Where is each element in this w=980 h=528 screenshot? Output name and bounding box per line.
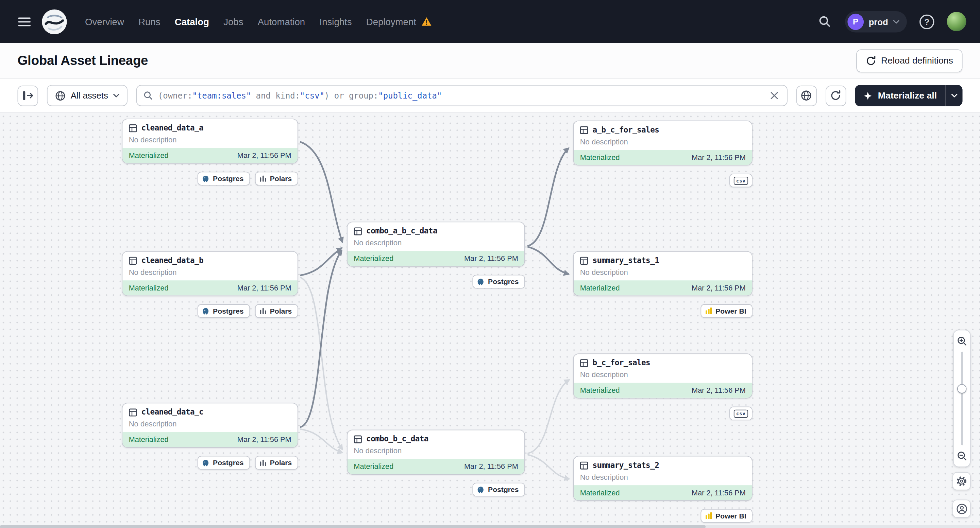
nav-item-runs[interactable]: Runs [137, 13, 162, 30]
materialize-options-icon[interactable] [946, 85, 963, 106]
nav-item-overview[interactable]: Overview [84, 13, 125, 30]
deployment-name: prod [869, 17, 888, 27]
zoom-slider-handle[interactable] [957, 384, 967, 393]
query-token: and kind: [251, 91, 300, 100]
asset-description: No description [123, 267, 298, 281]
materialized-timestamp: Mar 2, 11:56 PM [692, 283, 746, 292]
kind-tag-polars[interactable]: Polars [255, 171, 298, 185]
materialize-all-button[interactable]: Materialize all [855, 85, 945, 106]
kind-tag-powerbi[interactable]: Power BI [700, 509, 752, 523]
materialized-timestamp: Mar 2, 11:56 PM [464, 462, 518, 471]
asset-node[interactable]: combo_b_c_data No description Materializ… [347, 430, 525, 475]
open-panel-icon[interactable] [18, 85, 38, 106]
table-icon [580, 257, 588, 265]
asset-node[interactable]: a_b_c_for_sales No description Materiali… [573, 121, 752, 165]
asset-name: summary_stats_1 [592, 256, 659, 265]
kind-tag-powerbi[interactable]: Power BI [700, 304, 752, 318]
asset-status-row: Materialized Mar 2, 11:56 PM [347, 459, 524, 474]
edge [527, 455, 569, 479]
kind-tag-postgres[interactable]: Postgres [473, 483, 525, 496]
asset-node[interactable]: b_c_for_sales No description Materialize… [573, 354, 752, 398]
lineage-canvas[interactable]: cleaned_data_a No description Materializ… [0, 113, 980, 528]
reload-definitions-button[interactable]: Reload definitions [856, 49, 963, 72]
kind-tag-postgres[interactable]: Postgres [197, 456, 250, 469]
materialize-split-button: Materialize all [855, 85, 963, 106]
table-icon [580, 359, 588, 367]
reload-icon [865, 55, 876, 66]
asset-node-header: a_b_c_for_sales [574, 121, 752, 137]
kind-tag-csv[interactable]: csv [729, 174, 752, 187]
zoom-slider[interactable] [961, 352, 963, 446]
edge [300, 248, 342, 276]
polars-icon [259, 459, 267, 466]
materialized-timestamp: Mar 2, 11:56 PM [464, 254, 518, 263]
nav-item-deployment[interactable]: Deployment [365, 13, 433, 30]
graph-settings-icon[interactable] [953, 472, 970, 490]
asset-node[interactable]: summary_stats_1 No description Materiali… [573, 251, 752, 296]
nav-item-automation[interactable]: Automation [256, 13, 306, 30]
tag-label: Postgres [488, 486, 519, 493]
deployment-switcher[interactable]: P prod [845, 11, 907, 32]
scrollbar-thumb[interactable] [0, 525, 706, 528]
edge [527, 148, 568, 246]
tag-label: Polars [270, 175, 292, 182]
refresh-icon[interactable] [825, 85, 846, 106]
feedback-icon[interactable] [953, 499, 970, 517]
powerbi-icon [705, 512, 713, 520]
materialized-badge: Materialized [580, 153, 620, 162]
kind-tag-postgres[interactable]: Postgres [473, 275, 525, 289]
asset-search-input[interactable]: (owner:"team:sales" and kind:"csv") or g… [136, 85, 788, 106]
asset-scope-dropdown[interactable]: All assets [47, 85, 127, 106]
graph-view-globe-icon[interactable] [796, 85, 817, 106]
nav-item-insights[interactable]: Insights [318, 13, 353, 30]
materialized-timestamp: Mar 2, 11:56 PM [237, 151, 291, 160]
asset-tags: Postgres [347, 483, 525, 496]
clear-search-icon[interactable] [768, 89, 780, 102]
materialized-timestamp: Mar 2, 11:56 PM [692, 153, 746, 162]
help-icon[interactable]: ? [917, 11, 937, 32]
zoom-in-icon[interactable] [956, 335, 968, 347]
query-token: (owner: [158, 91, 192, 100]
table-icon [354, 435, 362, 443]
asset-name: cleaned_data_c [141, 408, 204, 417]
search-icon[interactable] [815, 11, 835, 32]
materialize-all-label: Materialize all [878, 91, 937, 101]
asset-node-header: summary_stats_1 [574, 252, 752, 267]
top-nav: Overview Runs Catalog Jobs Automation In… [0, 0, 980, 43]
page-title: Global Asset Lineage [18, 53, 148, 68]
tag-label: Polars [270, 459, 292, 466]
asset-node[interactable]: cleaned_data_c No description Materializ… [122, 403, 298, 448]
dagster-logo[interactable] [41, 8, 67, 35]
kind-tag-polars[interactable]: Polars [255, 304, 298, 318]
materialized-timestamp: Mar 2, 11:56 PM [237, 435, 291, 444]
edge [527, 380, 569, 453]
nav-item-jobs[interactable]: Jobs [223, 13, 245, 30]
table-icon [129, 257, 137, 265]
menu-icon[interactable] [14, 11, 35, 32]
asset-description: No description [347, 446, 524, 459]
asset-status-row: Materialized Mar 2, 11:56 PM [123, 280, 298, 295]
user-avatar[interactable] [947, 12, 966, 31]
svg-text:?: ? [924, 17, 929, 26]
nav-right: P prod ? [815, 11, 966, 32]
asset-node[interactable]: cleaned_data_a No description Materializ… [122, 119, 298, 163]
kind-tag-postgres[interactable]: Postgres [197, 171, 250, 185]
asset-node[interactable]: cleaned_data_b No description Materializ… [122, 251, 298, 296]
nav-item-catalog[interactable]: Catalog [173, 13, 210, 30]
kind-tag-postgres[interactable]: Postgres [197, 304, 250, 318]
kind-tag-polars[interactable]: Polars [255, 456, 298, 469]
asset-node[interactable]: combo_a_b_c_data No description Material… [347, 222, 525, 266]
zoom-out-icon[interactable] [956, 450, 968, 462]
asset-node[interactable]: summary_stats_2 No description Materiali… [573, 456, 752, 501]
asset-tags: Postgres Polars [122, 171, 298, 185]
postgres-icon [202, 459, 210, 467]
asset-status-row: Materialized Mar 2, 11:56 PM [574, 280, 752, 295]
csv-icon: csv [734, 409, 748, 418]
reload-definitions-label: Reload definitions [881, 56, 953, 66]
asset-tags: Postgres Polars [122, 304, 298, 318]
kind-tag-csv[interactable]: csv [729, 407, 752, 420]
horizontal-scrollbar[interactable] [0, 525, 980, 528]
asset-status-row: Materialized Mar 2, 11:56 PM [574, 485, 752, 500]
asset-tags: Postgres [347, 275, 525, 289]
asset-name: combo_b_c_data [366, 434, 428, 443]
